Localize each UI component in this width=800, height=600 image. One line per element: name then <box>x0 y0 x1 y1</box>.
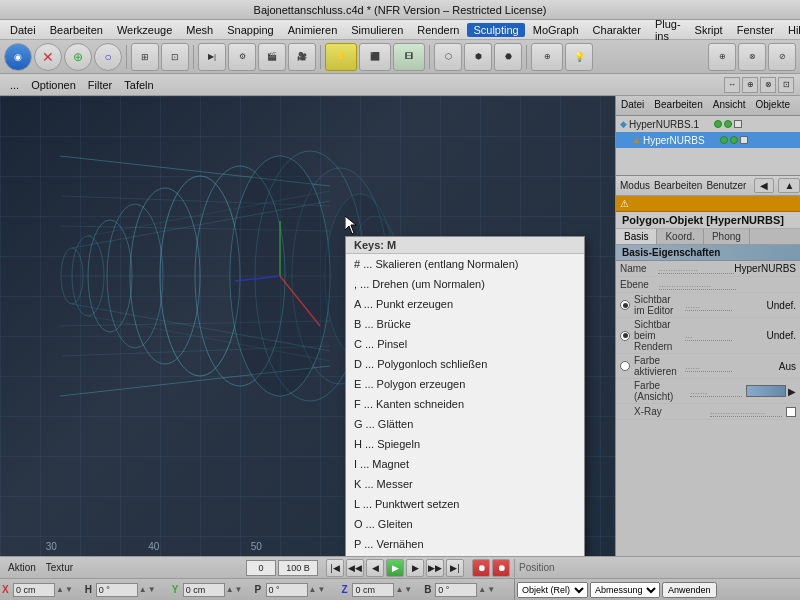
radio-sicht-render[interactable] <box>620 331 630 341</box>
dropdown-item-13[interactable]: O ... Gleiten <box>346 514 584 534</box>
toolbar-btn-4[interactable]: ○ <box>94 43 122 71</box>
sec-icon-2[interactable]: ⊕ <box>742 77 758 93</box>
menu-charakter[interactable]: Charakter <box>587 23 647 37</box>
menu-animieren[interactable]: Animieren <box>282 23 344 37</box>
props-modus[interactable]: Modus <box>620 180 650 191</box>
bottom-textur[interactable]: Textur <box>42 562 77 573</box>
radio-farbe[interactable] <box>620 361 630 371</box>
toolbar-extra2[interactable]: 💡 <box>565 43 593 71</box>
toolbar-render1[interactable]: ⚡ <box>325 43 357 71</box>
props-tab-basis[interactable]: Basis <box>616 229 657 244</box>
sec-menu-tafeln[interactable]: Tafeln <box>120 78 157 92</box>
playback-start[interactable]: |◀ <box>326 559 344 577</box>
toolbar-extra1[interactable]: ⊕ <box>531 43 563 71</box>
toolbar-right-3[interactable]: ⊘ <box>768 43 796 71</box>
coord-h-up[interactable]: ▲ <box>139 585 147 594</box>
coord-x-up[interactable]: ▲ <box>56 585 64 594</box>
coord-y-up[interactable]: ▲ <box>226 585 234 594</box>
playback-next[interactable]: ▶▶ <box>426 559 444 577</box>
coord-y-down[interactable]: ▼ <box>235 585 243 594</box>
coord-p-field[interactable]: 0 ° <box>266 583 308 597</box>
farbe-arrow[interactable]: ▶ <box>788 386 796 397</box>
menu-skript[interactable]: Skript <box>689 23 729 37</box>
dropdown-item-15[interactable]: Q ... Verschmelzen <box>346 554 584 556</box>
toolbar-deform3[interactable]: ⬣ <box>494 43 522 71</box>
menu-mograph[interactable]: MoGraph <box>527 23 585 37</box>
menu-bearbeiten[interactable]: Bearbeiten <box>44 23 109 37</box>
dropdown-item-7[interactable]: F ... Kanten schneiden <box>346 394 584 414</box>
coord-h-down[interactable]: ▼ <box>148 585 156 594</box>
dropdown-item-10[interactable]: I ... Magnet <box>346 454 584 474</box>
right-menu-bearbeiten[interactable]: Bearbeiten <box>651 98 705 111</box>
sec-menu-dots[interactable]: ... <box>6 78 23 92</box>
menu-werkzeuge[interactable]: Werkzeuge <box>111 23 178 37</box>
sec-icon-4[interactable]: ⊡ <box>778 77 794 93</box>
coord-select-1[interactable]: Objekt (Rel) <box>517 582 588 598</box>
toolbar-render3[interactable]: 🎞 <box>393 43 425 71</box>
menu-mesh[interactable]: Mesh <box>180 23 219 37</box>
menu-snapping[interactable]: Snapping <box>221 23 280 37</box>
coord-x-field[interactable]: 0 cm <box>13 583 55 597</box>
dropdown-item-1[interactable]: , ... Drehen (um Normalen) <box>346 274 584 294</box>
playback-prev-frame[interactable]: ◀ <box>366 559 384 577</box>
sec-icon-3[interactable]: ⊗ <box>760 77 776 93</box>
playback-next-frame[interactable]: ▶ <box>406 559 424 577</box>
coord-h-field[interactable]: 0 ° <box>96 583 138 597</box>
right-menu-objekte[interactable]: Objekte <box>753 98 793 111</box>
right-menu-datei[interactable]: Datei <box>618 98 647 111</box>
toolbar-btn-2[interactable]: ✕ <box>34 43 62 71</box>
menu-fenster[interactable]: Fenster <box>731 23 780 37</box>
dropdown-item-11[interactable]: K ... Messer <box>346 474 584 494</box>
coord-p-down[interactable]: ▼ <box>317 585 325 594</box>
coord-select-2[interactable]: Abmessung <box>590 582 660 598</box>
right-menu-ansicht[interactable]: Ansicht <box>710 98 749 111</box>
toolbar-render2[interactable]: ⬛ <box>359 43 391 71</box>
toolbar-right-2[interactable]: ⊗ <box>738 43 766 71</box>
menu-simulieren[interactable]: Simulieren <box>345 23 409 37</box>
coord-b-field[interactable]: 0 ° <box>435 583 477 597</box>
transport-field-2[interactable]: 100 B <box>278 560 318 576</box>
props-arrow-left[interactable]: ◀ <box>754 178 774 193</box>
coord-b-down[interactable]: ▼ <box>487 585 495 594</box>
sec-menu-filter[interactable]: Filter <box>84 78 116 92</box>
coord-b-up[interactable]: ▲ <box>478 585 486 594</box>
playback-end[interactable]: ▶| <box>446 559 464 577</box>
checkbox-xray[interactable] <box>786 407 796 417</box>
menu-plugins[interactable]: Plug-ins <box>649 17 687 43</box>
dropdown-item-12[interactable]: L ... Punktwert setzen <box>346 494 584 514</box>
menu-sculpting[interactable]: Sculpting <box>467 23 524 37</box>
toolbar-deform2[interactable]: ⬢ <box>464 43 492 71</box>
dropdown-item-6[interactable]: E ... Polygon erzeugen <box>346 374 584 394</box>
playback-rec-1[interactable]: ⏺ <box>472 559 490 577</box>
coord-p-up[interactable]: ▲ <box>309 585 317 594</box>
toolbar-deform1[interactable]: ⬡ <box>434 43 462 71</box>
props-bearbeiten[interactable]: Bearbeiten <box>654 180 702 191</box>
color-swatch[interactable] <box>746 385 786 397</box>
toolbar-btn-1[interactable]: ◉ <box>4 43 32 71</box>
sec-menu-optionen[interactable]: Optionen <box>27 78 80 92</box>
hier-row-hypernurbs2[interactable]: ▲ HyperNURBS <box>616 132 800 148</box>
menu-rendern[interactable]: Rendern <box>411 23 465 37</box>
sec-icon-1[interactable]: ↔ <box>724 77 740 93</box>
viewport[interactable]: Keys: M # ... Skalieren (entlang Normale… <box>0 96 615 556</box>
props-tab-koord[interactable]: Koord. <box>657 229 703 244</box>
dropdown-item-4[interactable]: C ... Pinsel <box>346 334 584 354</box>
dropdown-item-14[interactable]: P ... Vernähen <box>346 534 584 554</box>
dropdown-item-3[interactable]: B ... Brücke <box>346 314 584 334</box>
toolbar-btn-anim4[interactable]: 🎥 <box>288 43 316 71</box>
playback-play[interactable]: ▶ <box>386 559 404 577</box>
menu-hilfe[interactable]: Hilfe <box>782 23 800 37</box>
playback-rec-2[interactable]: ⏺ <box>492 559 510 577</box>
coord-apply-btn[interactable]: Anwenden <box>662 582 717 598</box>
coord-y-field[interactable]: 0 cm <box>183 583 225 597</box>
toolbar-right-1[interactable]: ⊕ <box>708 43 736 71</box>
bottom-aktion[interactable]: Aktion <box>4 562 40 573</box>
toolbar-btn-anim3[interactable]: 🎬 <box>258 43 286 71</box>
coord-x-down[interactable]: ▼ <box>65 585 73 594</box>
hier-row-hypernurbs1[interactable]: ◆ HyperNURBS.1 <box>616 116 800 132</box>
playback-prev[interactable]: ◀◀ <box>346 559 364 577</box>
coord-z-up[interactable]: ▲ <box>395 585 403 594</box>
dropdown-item-9[interactable]: H ... Spiegeln <box>346 434 584 454</box>
toolbar-btn-6[interactable]: ⊡ <box>161 43 189 71</box>
props-arrow-up[interactable]: ▲ <box>778 178 800 193</box>
